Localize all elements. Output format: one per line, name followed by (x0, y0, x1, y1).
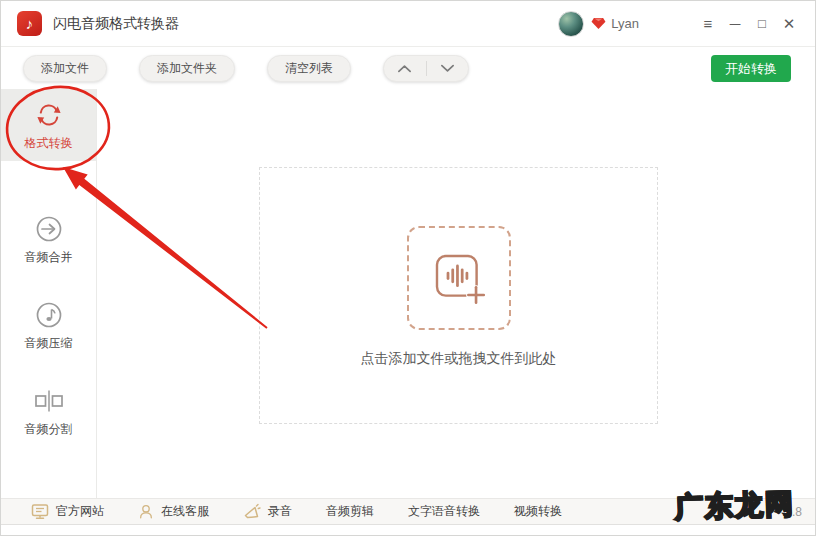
menu-icon[interactable]: ≡ (698, 13, 718, 35)
sidebar: 格式转换 音频合并 音频压缩 (1, 89, 97, 498)
username[interactable]: Lyan (611, 16, 639, 31)
minimize-icon[interactable]: ─ (725, 13, 745, 35)
toolbar: 添加文件 添加文件夹 清空列表 开始转换 (1, 47, 815, 89)
sidebar-item-label: 音频合并 (25, 249, 73, 266)
footer-link-audio-edit[interactable]: 音频剪辑 (326, 503, 374, 520)
footer-bar: 官方网站 在线客服 录音 音频剪辑 (1, 498, 815, 525)
footer-link-label: 音频剪辑 (326, 503, 374, 520)
monitor-icon (31, 503, 49, 520)
footer-link-video-convert[interactable]: 视频转换 (514, 503, 562, 520)
sidebar-item-format-convert[interactable]: 格式转换 (1, 89, 96, 161)
add-file-button[interactable]: 添加文件 (23, 55, 107, 82)
sidebar-item-audio-merge[interactable]: 音频合并 (1, 203, 96, 275)
footer-link-text-to-speech[interactable]: 文字语音转换 (408, 503, 480, 520)
title-bar: ♪ 闪电音频格式转换器 Lyan ≡ ─ □ ✕ (1, 1, 815, 47)
user-avatar[interactable] (558, 11, 584, 37)
clear-list-button[interactable]: 清空列表 (267, 55, 351, 82)
footer-link-label: 官方网站 (56, 503, 104, 520)
footer-link-label: 在线客服 (161, 503, 209, 520)
start-convert-button[interactable]: 开始转换 (711, 55, 791, 82)
sidebar-item-audio-compress[interactable]: 音频压缩 (1, 289, 96, 361)
app-window: ♪ 闪电音频格式转换器 Lyan ≡ ─ □ ✕ 添加文件 添加文件夹 清空列表 (0, 0, 816, 536)
close-icon[interactable]: ✕ (779, 13, 799, 35)
vip-gem-icon (591, 17, 606, 30)
sync-convert-icon (34, 99, 64, 131)
person-icon (138, 503, 154, 520)
footer-link-customer-service[interactable]: 在线客服 (138, 503, 209, 520)
chevron-down-icon (440, 64, 455, 73)
split-squares-icon (33, 385, 65, 417)
add-files-target[interactable] (407, 226, 511, 330)
main-panel: 点击添加文件或拖拽文件到此处 (97, 89, 816, 498)
chevron-up-icon (397, 64, 412, 73)
sidebar-item-audio-split[interactable]: 音频分割 (1, 375, 96, 447)
footer-link-label: 文字语音转换 (408, 503, 480, 520)
reorder-buttons (383, 55, 469, 82)
audio-wave-plus-icon (426, 245, 492, 311)
maximize-icon[interactable]: □ (752, 13, 772, 35)
app-title: 闪电音频格式转换器 (53, 15, 179, 33)
app-logo-icon: ♪ (17, 11, 42, 36)
file-drop-zone[interactable]: 点击添加文件或拖拽文件到此处 (259, 167, 658, 424)
footer-link-recording[interactable]: 录音 (243, 503, 292, 520)
move-up-button[interactable] (384, 56, 426, 81)
footer-link-label: 录音 (268, 503, 292, 520)
sidebar-item-label: 音频分割 (25, 421, 73, 438)
sidebar-item-label: 音频压缩 (25, 335, 73, 352)
footer-link-official-site[interactable]: 官方网站 (31, 503, 104, 520)
music-note-circle-icon (34, 299, 64, 331)
sidebar-item-label: 格式转换 (25, 135, 73, 152)
window-controls: ≡ ─ □ ✕ (691, 13, 799, 35)
version-text: .2.8 (782, 505, 802, 519)
megaphone-icon (243, 503, 261, 520)
move-down-button[interactable] (427, 56, 469, 81)
merge-arrow-icon (34, 213, 64, 245)
footer-link-label: 视频转换 (514, 503, 562, 520)
add-folder-button[interactable]: 添加文件夹 (139, 55, 235, 82)
drop-zone-hint: 点击添加文件或拖拽文件到此处 (361, 350, 557, 368)
